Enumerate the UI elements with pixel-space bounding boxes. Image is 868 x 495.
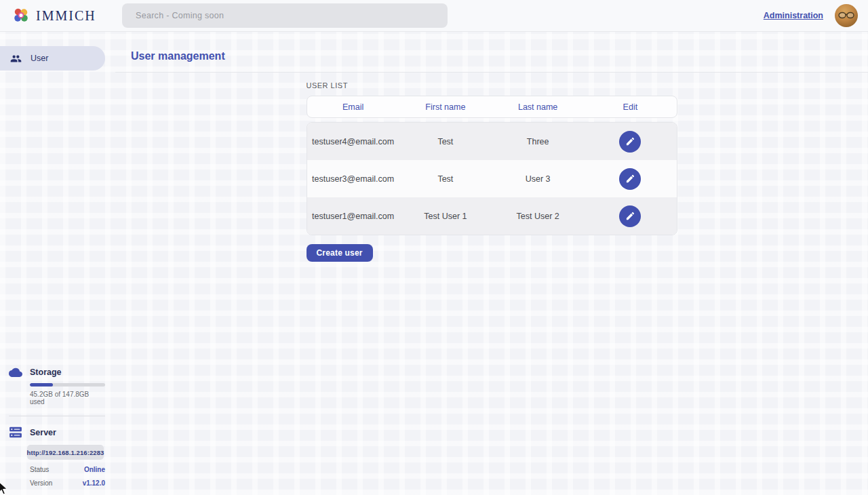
table-row: testuser3@email.com Test User 3 (307, 160, 677, 197)
storage-progress-bar (30, 383, 105, 387)
column-header-last-name: Last name (492, 102, 584, 112)
user-avatar[interactable] (835, 4, 858, 27)
cell-email: testuser3@email.com (307, 174, 399, 184)
cell-last-name: Test User 2 (492, 212, 584, 221)
server-icon (9, 427, 22, 438)
immich-logo[interactable]: IMMICH (0, 7, 122, 24)
server-status-row: Status Online (30, 466, 105, 473)
pencil-icon (625, 136, 635, 146)
immich-flower-icon (12, 7, 30, 24)
cell-last-name: Three (492, 137, 584, 146)
app-name: IMMICH (36, 8, 96, 24)
status-value: Online (84, 466, 105, 473)
server-section-header: Server (9, 427, 105, 438)
pencil-icon (625, 174, 635, 184)
storage-usage-text: 45.2GB of 147.8GB used (30, 391, 105, 405)
column-header-first-name: First name (399, 102, 492, 112)
main-content: User management USER LIST Email First na… (115, 32, 868, 495)
edit-user-button[interactable] (619, 205, 641, 227)
table-header-row: Email First name Last name Edit (307, 96, 677, 118)
pencil-icon (625, 211, 635, 221)
cloud-icon (9, 367, 22, 377)
cell-email: testuser4@email.com (307, 137, 399, 146)
page-title: User management (131, 50, 868, 62)
table-row: testuser1@email.com Test User 1 Test Use… (307, 197, 677, 235)
glasses-icon (837, 12, 855, 19)
server-version-row: Version v1.12.0 (30, 479, 105, 487)
server-url-chip: http://192.168.1.216:2283 (27, 445, 104, 460)
cell-first-name: Test User 1 (399, 212, 492, 221)
user-list-label: USER LIST (307, 81, 677, 90)
status-label: Status (30, 466, 49, 473)
sidebar-status-panel: Storage 45.2GB of 147.8GB used (0, 367, 115, 495)
body-row: User Storage 45.2GB of 147.8GB used (0, 32, 868, 495)
cell-first-name: Test (399, 137, 492, 146)
storage-section-header: Storage (9, 367, 105, 377)
version-label: Version (30, 479, 52, 487)
search-input[interactable] (122, 3, 448, 28)
storage-progress-fill (30, 383, 53, 387)
cell-first-name: Test (399, 174, 492, 184)
top-header: IMMICH Administration (0, 0, 868, 32)
column-header-edit: Edit (584, 102, 676, 112)
cell-email: testuser1@email.com (307, 212, 399, 221)
sidebar-item-user[interactable]: User (0, 46, 105, 71)
administration-link[interactable]: Administration (764, 11, 823, 20)
edit-user-button[interactable] (619, 131, 641, 153)
column-header-email: Email (307, 102, 399, 112)
user-list-section: USER LIST Email First name Last name Edi… (307, 81, 677, 262)
server-title: Server (30, 428, 56, 437)
title-divider (115, 72, 868, 73)
mouse-cursor-icon (0, 481, 9, 495)
create-user-button[interactable]: Create user (307, 244, 373, 262)
users-icon (10, 53, 22, 64)
header-right-group: Administration (764, 4, 868, 27)
user-table-body: testuser4@email.com Test Three (307, 122, 677, 235)
cell-last-name: User 3 (492, 174, 584, 184)
admin-sidebar: User Storage 45.2GB of 147.8GB used (0, 32, 115, 495)
version-value: v1.12.0 (83, 479, 105, 487)
sidebar-divider (9, 416, 105, 416)
storage-title: Storage (30, 368, 62, 377)
sidebar-item-label: User (31, 54, 48, 63)
edit-user-button[interactable] (619, 168, 641, 190)
table-row: testuser4@email.com Test Three (307, 123, 677, 160)
immich-app: IMMICH Administration (0, 0, 868, 495)
